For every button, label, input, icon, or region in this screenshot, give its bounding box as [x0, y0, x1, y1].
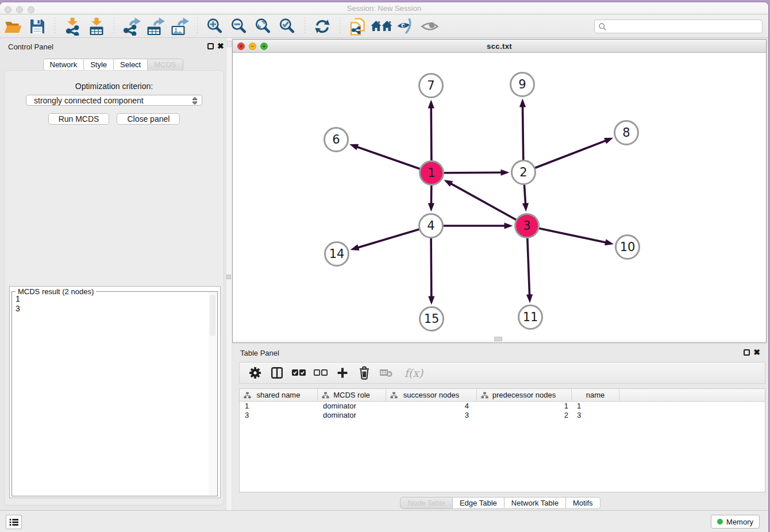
home-icon[interactable] [369, 16, 394, 37]
select-all-columns-icon[interactable] [289, 364, 309, 381]
column-header-MCDS-role[interactable]: MCDS role [318, 389, 386, 401]
column-header-label: successor nodes [403, 391, 460, 399]
table-cell[interactable]: dominator [318, 411, 386, 420]
refresh-icon[interactable] [310, 16, 334, 37]
import-table-icon[interactable] [84, 16, 109, 37]
control-panel: Control Panel ✖ NetworkStyleSelectMCDS O… [0, 38, 226, 510]
tab-motifs[interactable]: Motifs [566, 497, 600, 509]
graph-node-label: 7 [427, 79, 434, 92]
add-column-icon[interactable] [333, 364, 352, 381]
column-header-name[interactable]: name [572, 389, 619, 401]
vertical-split-handle[interactable] [226, 275, 231, 279]
graph-node-10[interactable]: 10 [616, 236, 640, 259]
control-panel-title: Control Panel [8, 43, 53, 51]
table-cell[interactable]: dominator [318, 402, 386, 411]
close-panel-icon[interactable]: ✖ [217, 41, 224, 51]
mcds-result-item[interactable]: 3 [16, 304, 20, 314]
horizontal-split-handle[interactable] [494, 337, 502, 341]
tab-select[interactable]: Select [114, 59, 148, 71]
graph-edge[interactable] [523, 140, 607, 172]
zoom-in-icon[interactable] [203, 16, 227, 37]
float-window-icon[interactable] [207, 43, 214, 49]
network-canvas[interactable]: 1234678910111415 [233, 53, 766, 340]
column-header-shared-name[interactable]: shared name [240, 389, 318, 401]
graph-node-2[interactable]: 2 [512, 161, 536, 184]
export-image-icon[interactable] [168, 16, 192, 37]
graph-node-label: 10 [620, 240, 636, 254]
save-session-icon[interactable] [25, 16, 49, 37]
zoom-fit-icon[interactable] [251, 16, 275, 37]
control-panel-scrollbar[interactable] [226, 38, 232, 510]
search-field[interactable] [594, 20, 763, 33]
table-cell[interactable]: 1 [240, 402, 318, 411]
table-row[interactable]: 3dominator323 [240, 411, 765, 420]
graph-node-8[interactable]: 8 [615, 121, 638, 145]
criterion-select[interactable]: strongly connected component [26, 95, 202, 106]
mcds-result-title: MCDS result (2 nodes) [16, 287, 96, 296]
search-input[interactable] [607, 21, 762, 32]
function-builder-icon[interactable]: f(x) [398, 364, 427, 381]
tab-mcds[interactable]: MCDS [148, 59, 183, 71]
graph-node-11[interactable]: 11 [519, 306, 542, 329]
manage-networks-icon[interactable] [345, 16, 369, 37]
graph-edge-arrowhead [350, 244, 359, 250]
hide-details-icon[interactable] [394, 16, 418, 37]
memory-button[interactable]: Memory [711, 515, 760, 529]
close-panel-icon[interactable]: ✖ [753, 348, 760, 357]
table-cell[interactable]: 1 [572, 402, 619, 411]
column-type-icon [244, 392, 251, 399]
table-cell[interactable]: 3 [386, 411, 477, 420]
table-panel-title: Table Panel [240, 349, 279, 357]
graph-node-label: 14 [329, 247, 345, 261]
graph-edge[interactable] [450, 183, 527, 226]
unselect-all-columns-icon[interactable] [311, 364, 330, 381]
toolbar-separator [197, 18, 198, 35]
graph-node-14[interactable]: 14 [325, 242, 349, 266]
tab-node-table[interactable]: Node Table [400, 497, 453, 509]
table-cell[interactable]: 1 [477, 402, 572, 411]
run-mcds-button[interactable]: Run MCDS [48, 113, 110, 125]
table-row[interactable]: 1dominator411 [240, 402, 765, 411]
column-header-label: name [586, 391, 605, 399]
graph-node-7[interactable]: 7 [419, 74, 443, 98]
zoom-selected-icon[interactable] [275, 16, 299, 37]
open-file-icon[interactable] [1, 16, 25, 37]
close-panel-button[interactable]: Close panel [117, 113, 180, 125]
result-scrollbar-thumb[interactable] [210, 295, 215, 336]
graph-node-4[interactable]: 4 [419, 214, 443, 238]
table-cell[interactable]: 3 [240, 411, 318, 420]
export-table-icon[interactable] [144, 16, 168, 37]
show-details-icon[interactable] [418, 16, 442, 37]
table-cell[interactable]: 4 [386, 402, 477, 411]
tab-style[interactable]: Style [84, 59, 114, 71]
graph-node-3[interactable]: 3 [515, 214, 539, 238]
graph-node-15[interactable]: 15 [420, 307, 444, 331]
column-layout-icon[interactable] [267, 364, 287, 381]
task-history-button[interactable] [6, 515, 22, 529]
graph-node-1[interactable]: 1 [420, 161, 444, 185]
import-network-icon[interactable] [60, 16, 84, 37]
delete-table-icon[interactable] [376, 364, 396, 381]
mcds-result-border: MCDS result (2 nodes) 13 [11, 291, 218, 496]
column-header-successor-nodes[interactable]: successor nodes [386, 389, 477, 401]
table-settings-icon[interactable] [245, 364, 265, 381]
result-scrollbar[interactable] [209, 292, 217, 495]
control-panel-scrollbar-thumb[interactable] [227, 41, 232, 47]
tab-network-table[interactable]: Network Table [505, 497, 566, 509]
zoom-out-icon[interactable] [227, 16, 251, 37]
control-panel-header: Control Panel ✖ [0, 38, 226, 55]
delete-column-icon[interactable] [355, 364, 374, 381]
tab-network[interactable]: Network [43, 59, 84, 71]
export-network-icon[interactable] [120, 16, 144, 37]
tab-edge-table[interactable]: Edge Table [453, 497, 505, 509]
table-cell[interactable]: 3 [572, 411, 619, 420]
graph-edge-arrowhead [526, 294, 533, 303]
column-header-predecessor-nodes[interactable]: predecessor nodes [477, 389, 572, 401]
float-window-icon[interactable] [744, 349, 750, 356]
table-cell[interactable]: 2 [477, 411, 572, 420]
column-type-icon [322, 392, 329, 399]
graph-node-9[interactable]: 9 [511, 73, 534, 97]
mcds-result-list[interactable]: 13 [16, 294, 20, 314]
mcds-result-item[interactable]: 1 [16, 294, 20, 304]
graph-node-6[interactable]: 6 [325, 128, 348, 152]
